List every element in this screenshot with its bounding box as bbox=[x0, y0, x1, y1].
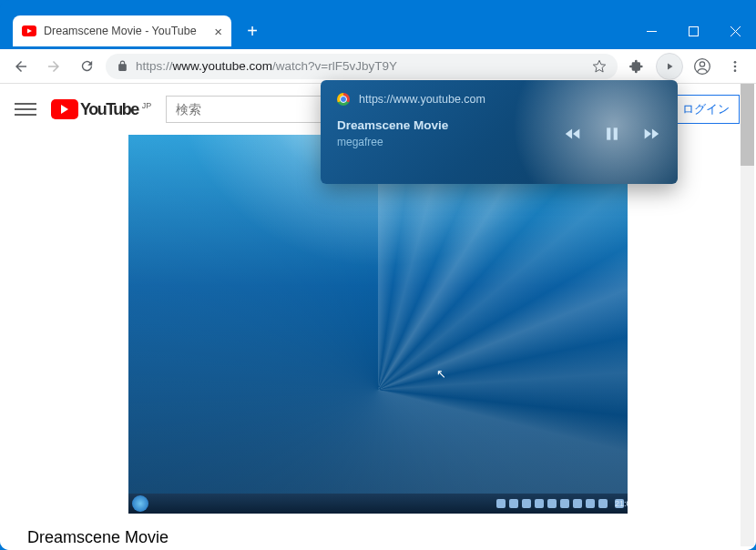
new-tab-button[interactable]: + bbox=[239, 17, 266, 45]
tabs-row: Dreamscene Movie - YouTube × + bbox=[0, 13, 756, 49]
video-taskbar: 21:05 bbox=[128, 494, 628, 514]
maximize-button[interactable] bbox=[672, 13, 714, 49]
youtube-logo[interactable]: YouTube JP bbox=[51, 99, 151, 119]
svg-point-9 bbox=[734, 69, 737, 72]
menu-icon[interactable] bbox=[721, 53, 749, 80]
media-control-popup: https://www.youtube.com Dreamscene Movie… bbox=[321, 80, 678, 184]
login-button[interactable]: ログイン bbox=[672, 95, 740, 124]
profile-icon[interactable] bbox=[689, 53, 716, 80]
video-background-glow bbox=[128, 135, 628, 514]
url-display: https://www.youtube.com/watch?v=rlF5vJby… bbox=[136, 59, 397, 73]
address-row: https://www.youtube.com/watch?v=rlF5vJby… bbox=[0, 49, 756, 84]
svg-rect-2 bbox=[689, 26, 698, 36]
window-controls bbox=[630, 13, 756, 49]
bookmark-star-icon[interactable] bbox=[592, 59, 607, 74]
video-title: Dreamscene Movie bbox=[0, 514, 756, 550]
chrome-icon bbox=[337, 93, 350, 106]
browser-tab[interactable]: Dreamscene Movie - YouTube × bbox=[13, 15, 231, 46]
cursor-icon: ↖ bbox=[436, 367, 446, 381]
close-button[interactable] bbox=[714, 13, 756, 49]
back-button[interactable] bbox=[7, 53, 35, 80]
media-control-button[interactable] bbox=[656, 53, 683, 80]
hamburger-menu-icon[interactable] bbox=[15, 98, 36, 120]
minimize-button[interactable] bbox=[630, 13, 672, 49]
titlebar bbox=[0, 0, 756, 13]
svg-point-6 bbox=[700, 61, 704, 66]
tab-title: Dreamscene Movie - YouTube bbox=[44, 25, 197, 37]
youtube-play-icon bbox=[51, 99, 78, 119]
popup-media-title: Dreamscene Movie bbox=[337, 118, 448, 132]
svg-rect-10 bbox=[607, 127, 610, 139]
start-orb-icon bbox=[132, 495, 148, 512]
reload-button[interactable] bbox=[73, 53, 100, 80]
previous-track-icon[interactable] bbox=[563, 124, 583, 144]
popup-controls bbox=[563, 124, 661, 144]
video-player[interactable]: ↖ 21:05 bbox=[128, 135, 628, 514]
taskbar-clock: 21:05 bbox=[615, 499, 624, 508]
svg-rect-11 bbox=[614, 127, 618, 139]
video-area: ↖ 21:05 bbox=[0, 135, 756, 514]
popup-site-url: https://www.youtube.com bbox=[359, 93, 485, 106]
tab-close-icon[interactable]: × bbox=[214, 24, 222, 39]
youtube-favicon-icon bbox=[22, 25, 36, 36]
system-tray: 21:05 bbox=[496, 499, 624, 508]
lock-icon bbox=[117, 60, 128, 72]
scrollbar-thumb[interactable] bbox=[741, 84, 754, 166]
youtube-brand-text: YouTube bbox=[80, 100, 138, 119]
popup-media-info: Dreamscene Movie megafree bbox=[337, 118, 448, 148]
popup-media-artist: megafree bbox=[337, 136, 448, 148]
youtube-region: JP bbox=[142, 101, 152, 110]
address-bar[interactable]: https://www.youtube.com/watch?v=rlF5vJby… bbox=[106, 54, 618, 79]
svg-point-7 bbox=[734, 61, 737, 64]
next-track-icon[interactable] bbox=[641, 124, 661, 144]
browser-window: Dreamscene Movie - YouTube × + https://w… bbox=[0, 0, 756, 550]
vertical-scrollbar[interactable] bbox=[741, 84, 754, 546]
svg-point-8 bbox=[734, 65, 737, 67]
forward-button[interactable] bbox=[40, 53, 67, 80]
popup-site-row: https://www.youtube.com bbox=[337, 93, 661, 106]
pause-icon[interactable] bbox=[603, 125, 621, 143]
extensions-icon[interactable] bbox=[623, 53, 650, 80]
